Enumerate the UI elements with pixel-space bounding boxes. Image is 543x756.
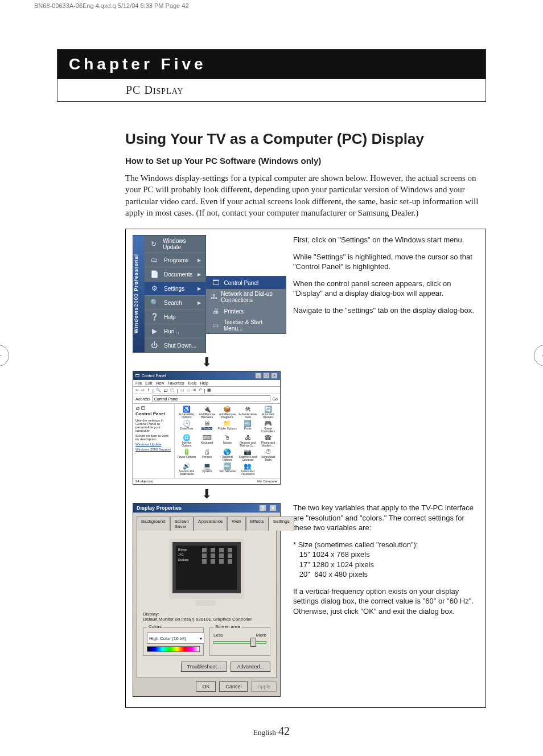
- cp-icon-scheduled-tasks[interactable]: ⏱Scheduled Tasks: [258, 449, 278, 461]
- help-button[interactable]: ?: [259, 505, 267, 511]
- tab-background[interactable]: Background: [137, 517, 170, 531]
- cp-icon-fonts[interactable]: 🔤Fonts: [238, 420, 257, 433]
- colors-value: High Color (16 bit): [149, 636, 186, 641]
- minimize-button[interactable]: _: [255, 373, 262, 379]
- menu-edit[interactable]: Edit: [145, 381, 152, 385]
- close-button[interactable]: ×: [271, 373, 278, 379]
- move-button[interactable]: ▭: [180, 388, 184, 393]
- copy-button[interactable]: ▭: [187, 388, 191, 393]
- cp-icon-regional-options[interactable]: 🌎Regional Options: [218, 449, 237, 461]
- cp-icon-system[interactable]: 💻System: [198, 463, 217, 476]
- cp-statusbar: 24 object(s) My Computer: [133, 478, 280, 484]
- run-icon: ▶: [149, 327, 159, 336]
- cp-icon-scanners-and-cameras[interactable]: 📷Scanners and Cameras: [238, 449, 257, 461]
- cp-icon-display[interactable]: 🖥Display: [198, 420, 217, 433]
- submenu-item-control-panel[interactable]: 🗔 Control Panel: [206, 276, 286, 289]
- instruction-2: While "Settings" is highlighted, move th…: [293, 252, 479, 272]
- back-button[interactable]: ⇦: [135, 388, 139, 393]
- submenu-item-network[interactable]: 🖧 Network and Dial-up Connections: [206, 289, 286, 305]
- tab-screensaver[interactable]: Screen Saver: [170, 517, 194, 531]
- cp-item-label: Date/Time: [180, 427, 193, 430]
- section-body: The Windows display-settings for a typic…: [125, 172, 486, 218]
- folders-button[interactable]: 🗂: [163, 389, 167, 393]
- cp-icon-game-controllers[interactable]: 🎮Game Controllers: [258, 420, 278, 433]
- figure-container: Windows2000 Professional ↻ Windows Updat…: [125, 229, 486, 708]
- advanced-button[interactable]: Advanced...: [231, 662, 270, 672]
- submenu-item-printers[interactable]: 🖨 Printers: [206, 305, 286, 317]
- address-input[interactable]: [153, 395, 270, 402]
- link-windows-update[interactable]: Windows Update: [135, 443, 172, 446]
- delete-button[interactable]: ✕: [193, 388, 196, 393]
- search-button[interactable]: 🔍: [156, 388, 161, 393]
- cp-icon-date-time[interactable]: 🕒Date/Time: [177, 420, 196, 433]
- size-15: 15" 1024 x 768 pixels: [293, 550, 479, 560]
- cp-icon-phone-and-modem[interactable]: ☎Phone and Modem ...: [258, 435, 278, 447]
- cp-item-icon: 🔌: [203, 406, 211, 412]
- tab-settings[interactable]: Settings: [269, 517, 294, 531]
- undo-button[interactable]: ↶: [199, 388, 202, 393]
- submenu-item-taskbar[interactable]: ▭ Taskbar & Start Menu...: [206, 317, 286, 333]
- troubleshoot-button[interactable]: Troubleshoot...: [181, 662, 228, 672]
- cp-item-icon: 🔤: [244, 420, 252, 427]
- cp-item-icon: 🖨: [204, 449, 210, 455]
- tab-web[interactable]: Web: [227, 517, 245, 531]
- instruction-b1: The two key variables that apply to the …: [293, 503, 479, 533]
- colors-select[interactable]: High Color (16 bit) ▾: [147, 633, 204, 644]
- cp-icon-add-remove-hardware[interactable]: 🔌Add/Remove Hardware: [198, 406, 217, 419]
- start-menu-item-programs[interactable]: 🗂 Programs ▶: [145, 253, 205, 267]
- cp-icon-users-and-passwords[interactable]: 👥Users and Passwords: [238, 463, 257, 476]
- apply-button[interactable]: Apply: [251, 681, 277, 692]
- up-button[interactable]: ⇧: [147, 388, 150, 393]
- cp-icon-keyboard[interactable]: ⌨Keyboard: [198, 435, 217, 447]
- maximize-button[interactable]: ▢: [263, 373, 270, 379]
- history-button[interactable]: 🕘: [170, 388, 175, 393]
- cp-icon-printers[interactable]: 🖨Printers: [198, 449, 217, 461]
- documents-icon: 📄: [149, 270, 159, 279]
- tab-appearance[interactable]: Appearance: [194, 517, 227, 531]
- section-heading: Using Your TV as a Computer (PC) Display: [125, 130, 486, 148]
- menu-tools[interactable]: Tools: [187, 381, 196, 385]
- close-button[interactable]: ×: [269, 505, 277, 511]
- cp-item-label: Phone and Modem ...: [258, 441, 278, 447]
- resolution-slider[interactable]: Less More: [213, 633, 266, 647]
- cp-item-icon: 🖥: [204, 420, 210, 427]
- cp-icon-accessibility-options[interactable]: ♿Accessibility Options: [177, 406, 196, 419]
- chapter-subtitle: PC Display: [57, 79, 486, 101]
- cp-icon-network-and-dial-up-co[interactable]: 🖧Network and Dial-up Co...: [238, 435, 257, 447]
- cancel-button[interactable]: Cancel: [219, 681, 248, 692]
- settings-submenu: 🗔 Control Panel 🖧 Network and Dial-up Co…: [205, 276, 286, 334]
- cp-icon-power-options[interactable]: 🔋Power Options: [177, 449, 196, 461]
- cp-icon-administrative-tools[interactable]: 🛠Administrative Tools: [238, 406, 257, 419]
- slider-thumb[interactable]: [250, 638, 256, 647]
- start-menu-item-settings[interactable]: ⚙ Settings ▶: [145, 281, 205, 295]
- programs-icon: 🗂: [149, 255, 159, 265]
- start-menu-brand: Windows2000 Professional: [133, 236, 145, 352]
- go-button[interactable]: Go: [273, 397, 278, 401]
- menu-help[interactable]: Help: [200, 381, 208, 385]
- link-win2000-support[interactable]: Windows 2000 Support: [135, 448, 172, 451]
- cp-icon-folder-options[interactable]: 📁Folder Options: [218, 420, 237, 433]
- display-label: Display:: [143, 612, 270, 617]
- ok-button[interactable]: OK: [196, 681, 216, 692]
- cp-item-icon: 👥: [244, 463, 252, 469]
- start-menu-item-windows-update[interactable]: ↻ Windows Update: [145, 236, 205, 253]
- cp-icon-text-services[interactable]: 🔤Text Services: [218, 463, 237, 476]
- screenshot-start-menu: Windows2000 Professional ↻ Windows Updat…: [133, 235, 281, 353]
- tab-effects[interactable]: Effects: [246, 517, 269, 531]
- cp-icon-sounds-and-multimedia[interactable]: 🔊Sounds and Multimedia: [177, 463, 196, 476]
- start-menu-item-search[interactable]: 🔍 Search ▶: [145, 295, 205, 309]
- start-menu-item-help[interactable]: ❔ Help: [145, 309, 205, 324]
- cp-icon-internet-options[interactable]: 🌐Internet Options: [177, 435, 196, 447]
- menu-view[interactable]: View: [155, 381, 164, 385]
- start-menu-item-shutdown[interactable]: ⏻ Shut Down...: [145, 338, 205, 352]
- menu-file[interactable]: File: [135, 381, 142, 385]
- start-menu-item-run[interactable]: ▶ Run...: [145, 324, 205, 338]
- cp-item-icon: 🛠: [245, 406, 251, 412]
- cp-icon-add-remove-programs[interactable]: 📦Add/Remove Programs: [218, 406, 237, 419]
- menu-favorites[interactable]: Favorites: [167, 381, 184, 385]
- cp-icon-mouse[interactable]: 🖱Mouse: [218, 435, 237, 447]
- views-button[interactable]: ▦: [207, 388, 211, 393]
- cp-icon-automatic-updates[interactable]: 🔄Automatic Updates: [258, 406, 278, 419]
- forward-button[interactable]: ⇨: [141, 388, 145, 393]
- start-menu-item-documents[interactable]: 📄 Documents ▶: [145, 267, 205, 281]
